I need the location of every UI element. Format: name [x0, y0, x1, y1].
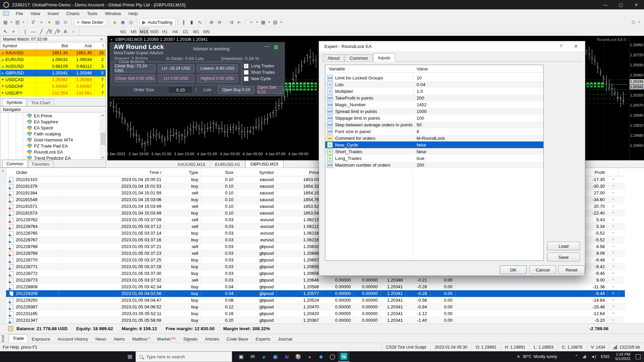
taskbar-clock[interactable]: 1:32 PM 5/1/2023: [615, 352, 630, 361]
input-row-spread-limit-in-points[interactable]: 123Spread limit in points1000: [325, 108, 543, 115]
close-lh-buy-button[interactable]: LH -18.24 USD: [158, 64, 194, 72]
menu-insert[interactable]: Insert: [44, 11, 63, 16]
input-value[interactable]: M-RoundLock: [413, 136, 445, 141]
order-row-201231185[interactable]: 2012311852023.01.05 05:52:11buy0.16gbpus…: [6, 310, 625, 317]
order-close-icon[interactable]: ✕: [608, 284, 619, 290]
new-chart-dropdown-icon[interactable]: ▾: [10, 18, 13, 26]
chart-tab-xauusd-m15[interactable]: XAUUSD,M15: [173, 161, 210, 168]
profiles-icon[interactable]: ▥: [14, 18, 21, 26]
menu-window[interactable]: Window: [101, 11, 125, 16]
input-value[interactable]: 200: [413, 96, 424, 101]
close-highest-button[interactable]: Highest 0.00 USD: [197, 74, 238, 82]
input-row-step-between-average-orders-in-points[interactable]: 123Step between average orders in points…: [325, 121, 543, 128]
checkbox-short-trades[interactable]: Short Trades: [244, 70, 275, 75]
templates-dropdown-icon[interactable]: ▾: [280, 18, 283, 26]
scroll-down-icon[interactable]: ▼: [100, 155, 105, 160]
bar-chart-icon[interactable]: ∥: [180, 18, 187, 26]
strategy-tester-icon[interactable]: ⊙: [62, 18, 69, 26]
autotrading-button[interactable]: ▶AutoTrading: [139, 18, 175, 26]
terminal-tab-trade[interactable]: Trade: [9, 335, 28, 343]
input-value[interactable]: 1000: [413, 109, 427, 114]
terminal-tab-journal[interactable]: Journal: [274, 336, 296, 343]
language-indicator[interactable]: ENG: [601, 354, 609, 359]
order-close-icon[interactable]: ✕: [608, 270, 619, 277]
task-view-icon[interactable]: ▣: [235, 351, 247, 362]
input-value[interactable]: false: [413, 142, 426, 147]
terminal-tab-experts[interactable]: Experts: [252, 336, 274, 343]
input-row-maximum-number-of-orders[interactable]: 123Maximum number of orders200: [325, 162, 543, 168]
order-close-icon[interactable]: ✕: [608, 210, 619, 216]
reset-button[interactable]: Reset: [558, 265, 585, 274]
maximize-button[interactable]: ▢: [613, 0, 629, 9]
terminal-tab-mailbox[interactable]: Mailbox2: [128, 336, 153, 343]
order-close-icon[interactable]: ✕: [608, 203, 619, 209]
timeframe-m1[interactable]: M1: [118, 28, 128, 36]
edge-app-icon[interactable]: e: [258, 351, 270, 362]
menu-charts[interactable]: Charts: [63, 11, 84, 16]
line-chart-icon[interactable]: ∿: [196, 18, 204, 26]
experts-icon[interactable]: ◉: [119, 18, 126, 26]
scripts-icon[interactable]: ◎: [127, 18, 135, 26]
new-order-button[interactable]: +New Order: [74, 18, 106, 26]
input-value[interactable]: 8: [413, 129, 419, 134]
terminal-close-icon[interactable]: ✕: [0, 169, 6, 173]
input-value[interactable]: 1452: [413, 102, 427, 107]
open-buy-button[interactable]: Open Buy 0.10: [218, 86, 255, 94]
scroll-thumb[interactable]: [101, 133, 105, 145]
vertical-line-icon[interactable]: |: [21, 28, 29, 35]
navigator-tab-common[interactable]: Common: [2, 160, 28, 167]
input-row-magic-number[interactable]: 123Magic_Number1452: [325, 101, 543, 108]
menu-help[interactable]: Help: [125, 11, 142, 16]
mail-app-icon[interactable]: ✉: [247, 351, 258, 362]
dialog-close-icon[interactable]: ✕: [574, 44, 578, 49]
close-button[interactable]: ✕: [629, 0, 644, 9]
save-button[interactable]: Save: [547, 253, 580, 261]
terminal-tab-articles[interactable]: Articles: [201, 336, 223, 343]
navigator-item-trend-predictor-ea[interactable]: Trend Predictor EA: [0, 155, 100, 160]
onenote-app-icon[interactable]: N: [281, 351, 292, 362]
periods-dropdown-icon[interactable]: ▾: [268, 18, 271, 26]
ok-button[interactable]: OK: [500, 265, 527, 274]
timeframe-h4[interactable]: H4: [170, 28, 180, 36]
terminal-tab-account-history[interactable]: Account History: [54, 336, 92, 343]
close-buy-button[interactable]: Close Buy -73.24 USD: [114, 64, 155, 72]
whiteboard-app-icon[interactable]: ◯: [327, 351, 338, 362]
order-row-201228773[interactable]: 2012287732023.01.05 03:37:32sell0.03gbpu…: [6, 277, 625, 284]
input-value[interactable]: 10: [413, 75, 422, 80]
input-value[interactable]: 100: [413, 116, 424, 121]
input-row-long-trades[interactable]: ∿Long_Tradestrue: [325, 155, 543, 162]
photos-app-icon[interactable]: ▣: [270, 351, 281, 362]
menu-tools[interactable]: Tools: [83, 11, 101, 16]
menu-file[interactable]: File: [12, 11, 27, 16]
taskbar-search[interactable]: Type here to search: [136, 351, 232, 362]
input-row-font-size-in-panel[interactable]: 123Font size in panel8: [325, 128, 543, 135]
horizontal-line-icon[interactable]: —: [30, 28, 37, 35]
checkbox-new-cycle[interactable]: New Cycle: [244, 76, 271, 81]
close-lowest-button[interactable]: Lowest -6.60 USD: [197, 64, 238, 72]
close-lh-sell-button[interactable]: LH 0.00 USD: [158, 74, 194, 82]
orders-col-price[interactable]: Price: [277, 169, 322, 176]
value-column-header[interactable]: Value: [413, 66, 428, 71]
order-close-icon[interactable]: ✕: [608, 243, 619, 250]
indicators-icon[interactable]: +: [248, 18, 255, 26]
terminal-tab-code-base[interactable]: Code Base: [223, 336, 252, 343]
order-close-icon[interactable]: ✕: [608, 176, 619, 183]
dialog-tab-inputs[interactable]: Inputs: [373, 53, 395, 62]
menu-view[interactable]: View: [27, 11, 44, 16]
order-close-icon[interactable]: ✕: [608, 317, 619, 323]
ea-panel-state-icon[interactable]: [274, 45, 278, 49]
zoom-in-icon[interactable]: ⊕: [208, 18, 215, 26]
fibonacci-icon[interactable]: ╱F: [54, 28, 61, 35]
timeframe-w1[interactable]: W1: [191, 28, 201, 36]
metaeditor-icon[interactable]: ◆: [111, 18, 118, 26]
navigator-item-gold-harmonic-mt4[interactable]: Gold Harmonic MT4: [0, 137, 100, 143]
orders-col-time[interactable]: Time /: [59, 169, 164, 176]
mw-col-symbol[interactable]: Symbol: [0, 43, 37, 49]
navigator-item-ea-spectr[interactable]: EA Spectr: [0, 125, 100, 131]
close-sell-button[interactable]: Close Sell 0.00 USD: [114, 74, 155, 82]
terminal-tab-signals[interactable]: Signals: [179, 336, 201, 343]
profiles-dropdown-icon[interactable]: ▾: [22, 18, 25, 26]
navigator-scrollbar[interactable]: ▲ ▼: [100, 113, 105, 160]
mw-col-![interactable]: !: [94, 43, 106, 49]
minimize-button[interactable]: —: [598, 0, 613, 9]
